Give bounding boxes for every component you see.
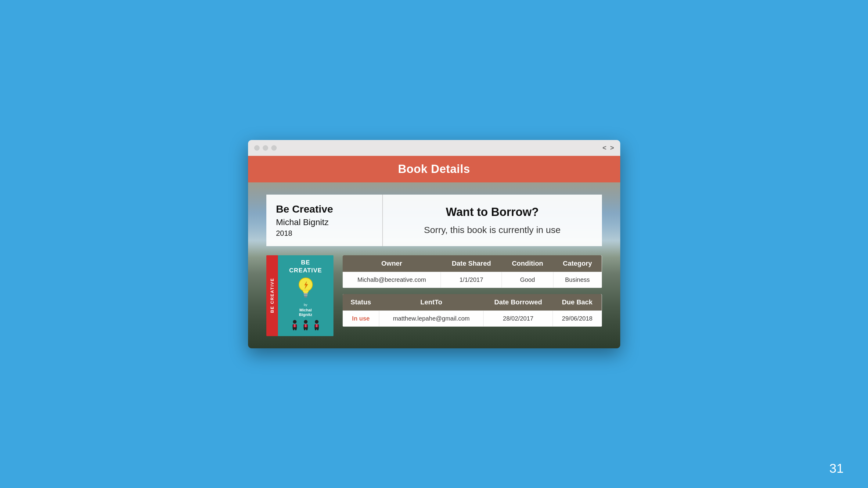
book-front-title-line1: BE	[301, 259, 310, 266]
nav-arrows: < >	[602, 144, 614, 152]
traffic-lights	[254, 145, 277, 151]
book-author: Michal Bignitz	[276, 218, 373, 227]
page-number: 31	[829, 461, 844, 476]
book-info-row: Be Creative Michal Bignitz 2018 Want to …	[266, 195, 602, 246]
people-row	[290, 319, 321, 331]
book-front-author: MichalBignitz	[299, 308, 312, 317]
person-icon-2	[302, 319, 310, 331]
book-front-title-line2: CREATIVE	[289, 267, 322, 273]
book-front: BE CREATIVE by	[278, 255, 334, 336]
traffic-light-close[interactable]	[254, 145, 260, 151]
svg-point-17	[315, 320, 318, 324]
svg-rect-1	[304, 293, 308, 294]
traffic-light-minimize[interactable]	[263, 145, 268, 151]
col-date-borrowed: Date Borrowed	[484, 294, 553, 311]
traffic-light-maximize[interactable]	[271, 145, 277, 151]
person-icon-1	[290, 319, 299, 331]
borrow-message: Sorry, this book is currently in use	[424, 225, 561, 235]
cell-date-borrowed: 28/02/2017	[484, 311, 553, 326]
tables-section: Owner Date Shared Condition Category Mic…	[343, 255, 602, 327]
lightbulb-icon	[295, 276, 316, 300]
book-title: Be Creative	[276, 203, 373, 215]
cell-due-back: 29/06/2018	[553, 311, 602, 326]
main-content: Be Creative Michal Bignitz 2018 Want to …	[248, 183, 620, 348]
col-condition: Condition	[502, 255, 553, 272]
book-front-by: by	[304, 303, 308, 306]
cell-date-shared: 1/1/2017	[441, 272, 502, 288]
table-row: In use matthew.lepahe@gmail.com 28/02/20…	[343, 311, 602, 326]
col-owner: Owner	[343, 255, 441, 272]
book-text-card: Be Creative Michal Bignitz 2018	[266, 195, 382, 246]
svg-point-11	[304, 320, 308, 324]
cell-owner: Michalb@becreative.com	[343, 272, 441, 288]
col-date-shared: Date Shared	[441, 255, 502, 272]
owner-table: Owner Date Shared Condition Category Mic…	[343, 255, 602, 288]
cell-status: In use	[343, 311, 379, 326]
book-details-row: Be Creative BE CREATIVE	[266, 255, 602, 336]
col-lent-to: LentTo	[379, 294, 483, 311]
page-title: Book Details	[398, 163, 470, 175]
col-due-back: Due Back	[553, 294, 602, 311]
nav-back-button[interactable]: <	[602, 144, 607, 152]
borrow-title: Want to Borrow?	[446, 205, 539, 219]
content-overlay: Be Creative Michal Bignitz 2018 Want to …	[266, 195, 602, 336]
cell-condition: Good	[502, 272, 553, 288]
table-row: Michalb@becreative.com 1/1/2017 Good Bus…	[343, 272, 602, 288]
svg-rect-3	[304, 296, 307, 297]
book-spine: Be Creative	[266, 255, 278, 336]
col-status: Status	[343, 294, 379, 311]
header-bar: Book Details	[248, 156, 620, 183]
title-bar: < >	[248, 140, 620, 156]
lending-table: Status LentTo Date Borrowed Due Back In …	[343, 294, 602, 327]
book-spine-text: Be Creative	[270, 278, 275, 313]
book-cover: Be Creative BE CREATIVE	[266, 255, 334, 336]
cell-lent-to: matthew.lepahe@gmail.com	[379, 311, 483, 326]
nav-forward-button[interactable]: >	[610, 144, 614, 152]
col-category: Category	[553, 255, 602, 272]
svg-rect-2	[304, 295, 308, 296]
person-icon-3	[312, 319, 321, 331]
borrow-card: Want to Borrow? Sorry, this book is curr…	[383, 195, 602, 246]
cell-category: Business	[553, 272, 602, 288]
book-year: 2018	[276, 229, 373, 237]
status-badge: In use	[352, 315, 370, 322]
browser-window: < > Book Details Be Creative Michal Bign…	[248, 140, 620, 348]
svg-point-5	[293, 320, 297, 324]
